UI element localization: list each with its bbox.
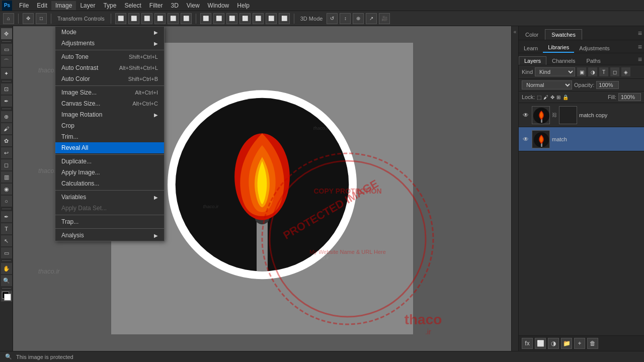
menu-edit[interactable]: Edit	[33, 1, 51, 10]
distribute6[interactable]: ⬜	[279, 13, 290, 24]
menu-canvas-size[interactable]: Canvas Size... Alt+Ctrl+C	[55, 98, 164, 109]
fill-input[interactable]	[618, 93, 641, 101]
menu-auto-tone[interactable]: Auto Tone Shift+Ctrl+L	[55, 51, 164, 62]
blur-tool[interactable]: ◉	[1, 184, 12, 195]
filter-type-btn[interactable]: T	[599, 67, 608, 76]
eyedropper-tool[interactable]: ✒	[1, 96, 12, 107]
blend-mode-select[interactable]: Normal	[522, 80, 572, 89]
dodge-tool[interactable]: ○	[1, 196, 12, 207]
type-tool[interactable]: T	[1, 223, 12, 234]
crop-tool[interactable]: ⊡	[1, 83, 12, 95]
tab-learn[interactable]: Learn	[519, 44, 543, 53]
search-icon[interactable]: 🔍	[5, 353, 12, 360]
lock-all-icon[interactable]: 🔒	[562, 95, 569, 100]
healing-brush-tool[interactable]: ⊕	[1, 111, 12, 122]
move-tool-btn[interactable]: ✥	[23, 13, 34, 24]
tab-channels[interactable]: Channels	[546, 56, 581, 65]
tab-layers[interactable]: Layers	[519, 56, 546, 65]
filter-pixel-btn[interactable]: ▣	[577, 67, 586, 76]
menu-view[interactable]: View	[183, 1, 204, 10]
lasso-tool[interactable]: ⌒	[1, 56, 12, 67]
align-middle[interactable]: ⬜	[168, 13, 179, 24]
clone-stamp-tool[interactable]: ✿	[1, 135, 12, 146]
menu-window[interactable]: Window	[204, 1, 233, 10]
opacity-input[interactable]	[596, 81, 619, 89]
menu-crop[interactable]: Crop	[55, 120, 164, 131]
new-fill-button[interactable]: ◑	[548, 338, 559, 349]
menu-duplicate[interactable]: Duplicate...	[55, 156, 164, 167]
3d-btn5[interactable]: 🎥	[379, 13, 390, 24]
kind-select[interactable]: Kind	[535, 67, 575, 76]
align-bottom[interactable]: ⬜	[181, 13, 192, 24]
menu-layer[interactable]: Layer	[76, 1, 99, 10]
pen-tool[interactable]: ✒	[1, 211, 12, 222]
brush-tool[interactable]: 🖌	[1, 123, 12, 134]
menu-type[interactable]: Type	[99, 1, 120, 10]
align-top[interactable]: ⬜	[154, 13, 166, 24]
lock-move-icon[interactable]: ✥	[550, 95, 554, 100]
menu-3d[interactable]: 3D	[167, 1, 182, 10]
delete-layer-button[interactable]: 🗑	[587, 338, 598, 349]
move-tool[interactable]: ✥	[1, 28, 12, 39]
tab-adjustments[interactable]: Adjustments	[574, 44, 615, 53]
menu-image-rotation[interactable]: Image Rotation ▶	[55, 109, 164, 120]
auto-select-btn[interactable]: □	[36, 13, 47, 24]
distribute4[interactable]: ⬜	[253, 13, 264, 24]
lock-transparent-icon[interactable]: ⬚	[537, 95, 541, 100]
shape-tool[interactable]: ▭	[1, 247, 12, 258]
menu-calculations[interactable]: Calculations...	[55, 178, 164, 189]
3d-btn4[interactable]: ↗	[366, 13, 377, 24]
menu-variables[interactable]: Variables ▶	[55, 192, 164, 203]
new-layer-button[interactable]: +	[574, 338, 585, 349]
menu-filter[interactable]: Filter	[145, 1, 167, 10]
align-left[interactable]: ⬜	[115, 13, 126, 24]
layer-item[interactable]: 👁 match	[519, 127, 644, 151]
menu-help[interactable]: Help	[233, 1, 254, 10]
menu-select[interactable]: Select	[120, 1, 145, 10]
tab-paths[interactable]: Paths	[581, 56, 606, 65]
layer-item[interactable]: 👁 ⛓ match copy	[519, 103, 644, 127]
align-center[interactable]: ⬜	[128, 13, 139, 24]
3d-btn3[interactable]: ⊕	[353, 13, 364, 24]
hand-tool[interactable]: ✋	[1, 263, 12, 274]
menu-auto-color[interactable]: Auto Color Shift+Ctrl+B	[55, 73, 164, 84]
menu-mode[interactable]: Mode ▶	[55, 27, 164, 38]
lock-brush-icon[interactable]: 🖌	[543, 95, 548, 100]
eraser-tool[interactable]: ◻	[1, 159, 12, 170]
menu-analysis[interactable]: Analysis ▶	[55, 230, 164, 241]
layer-visibility-icon[interactable]: 👁	[522, 135, 530, 143]
panel-menu-button[interactable]: ≡	[638, 29, 642, 37]
history-brush-tool[interactable]: ↩	[1, 147, 12, 158]
menu-trim[interactable]: Trim...	[55, 131, 164, 142]
lock-artboard-icon[interactable]: ⊞	[556, 95, 560, 100]
home-button[interactable]: ⌂	[3, 13, 14, 24]
tab-libraries[interactable]: Libraries	[543, 43, 574, 53]
path-select-tool[interactable]: ↖	[1, 235, 12, 246]
tab-color[interactable]: Color	[519, 29, 545, 40]
align-right[interactable]: ⬜	[141, 13, 152, 24]
distribute-h[interactable]: ⬜	[200, 13, 211, 24]
filter-adjust-btn[interactable]: ◑	[588, 67, 597, 76]
menu-trap[interactable]: Trap...	[55, 216, 164, 227]
3d-btn2[interactable]: ↕	[340, 13, 351, 24]
tab-swatches[interactable]: Swatches	[545, 29, 582, 40]
magic-wand-tool[interactable]: ✦	[1, 68, 12, 79]
add-mask-button[interactable]: ⬜	[535, 338, 546, 349]
distribute-v[interactable]: ⬜	[213, 13, 224, 24]
marquee-tool[interactable]: ▭	[1, 44, 12, 55]
gradient-tool[interactable]: ▥	[1, 171, 12, 183]
panel-menu-button2[interactable]: ≡	[638, 43, 642, 51]
distribute5[interactable]: ⬜	[266, 13, 277, 24]
add-style-button[interactable]: fx	[522, 338, 533, 349]
menu-image[interactable]: Image	[51, 1, 76, 10]
menu-auto-contrast[interactable]: Auto Contrast Alt+Shift+Ctrl+L	[55, 62, 164, 73]
foreground-color[interactable]	[1, 291, 12, 302]
distribute2[interactable]: ⬜	[226, 13, 237, 24]
menu-reveal-all[interactable]: Reveal All	[55, 142, 164, 153]
distribute3[interactable]: ⬜	[239, 13, 251, 24]
layer-visibility-icon[interactable]: 👁	[522, 111, 530, 119]
3d-btn1[interactable]: ↺	[327, 13, 338, 24]
menu-adjustments[interactable]: Adjustments ▶	[55, 38, 164, 49]
filter-smart-btn[interactable]: ◈	[621, 67, 630, 76]
layers-panel-menu[interactable]: ≡	[638, 55, 642, 63]
